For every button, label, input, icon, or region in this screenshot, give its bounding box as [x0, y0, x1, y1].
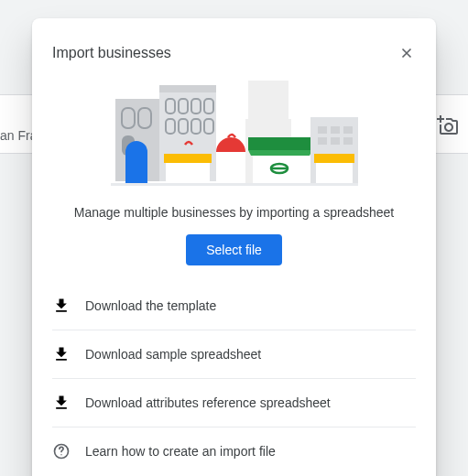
help-icon	[52, 442, 71, 460]
svg-rect-30	[343, 137, 353, 145]
svg-rect-16	[248, 81, 288, 121]
dialog-title: Import businesses	[52, 45, 171, 61]
download-sample-link[interactable]: Download sample spreadsheet	[52, 330, 416, 379]
download-icon	[52, 345, 71, 363]
link-label: Download attributes reference spreadshee…	[85, 395, 331, 410]
svg-rect-27	[343, 126, 353, 134]
download-icon	[52, 297, 71, 315]
svg-rect-33	[111, 183, 358, 186]
svg-rect-26	[331, 126, 340, 134]
add-photo-icon[interactable]	[437, 114, 459, 136]
download-template-link[interactable]: Download the template	[52, 282, 416, 330]
svg-rect-5	[159, 85, 216, 92]
svg-rect-15	[164, 154, 212, 163]
dialog-header: Import businesses	[32, 18, 436, 71]
svg-rect-32	[314, 154, 354, 163]
links-list: Download the template Download sample sp…	[32, 275, 436, 476]
import-businesses-dialog: Import businesses	[32, 18, 436, 476]
buildings-illustration	[32, 81, 436, 192]
select-file-button[interactable]: Select file	[186, 234, 282, 265]
download-attributes-link[interactable]: Download attributes reference spreadshee…	[52, 379, 416, 427]
svg-rect-19	[248, 137, 312, 150]
link-label: Learn how to create an import file	[85, 444, 276, 459]
link-label: Download the template	[85, 298, 216, 313]
link-label: Download sample spreadsheet	[85, 347, 261, 362]
svg-rect-28	[318, 137, 327, 145]
close-icon	[398, 45, 415, 61]
close-button[interactable]	[388, 35, 425, 71]
svg-rect-22	[216, 152, 245, 156]
download-icon	[52, 394, 71, 412]
svg-point-35	[60, 454, 61, 455]
learn-how-link[interactable]: Learn how to create an import file	[52, 427, 416, 475]
dialog-subtitle: Manage multiple businesses by importing …	[32, 205, 436, 220]
svg-rect-29	[331, 137, 340, 145]
svg-rect-25	[318, 126, 327, 134]
svg-rect-23	[218, 156, 244, 183]
